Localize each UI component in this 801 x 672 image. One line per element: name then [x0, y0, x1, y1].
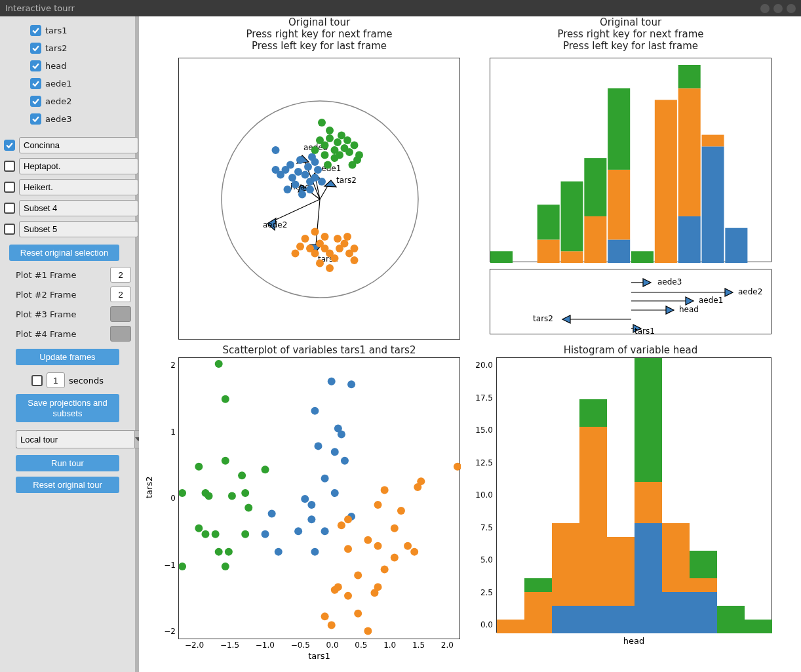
subset-name-1[interactable] — [19, 137, 138, 153]
svg-point-160 — [354, 610, 362, 618]
svg-rect-179 — [635, 523, 662, 633]
checkbox-subset-5[interactable] — [4, 224, 15, 235]
svg-rect-74 — [537, 239, 560, 263]
p2-axis-tars1: tars1 — [635, 326, 655, 335]
subset-name-5[interactable] — [19, 221, 138, 237]
reset-selection-button[interactable]: Reset original selection — [9, 245, 119, 261]
svg-point-24 — [284, 186, 292, 193]
window-min-icon[interactable] — [760, 4, 770, 13]
svg-point-128 — [314, 442, 322, 450]
checkbox-subset-1[interactable] — [4, 140, 15, 151]
checkbox-tars1[interactable] — [30, 25, 41, 36]
svg-point-106 — [195, 463, 203, 471]
svg-point-124 — [347, 380, 355, 388]
plot1-title-l2: Press right key for next frame — [178, 28, 460, 40]
svg-rect-176 — [579, 399, 607, 427]
svg-point-58 — [331, 254, 339, 262]
svg-point-129 — [331, 448, 339, 456]
svg-point-44 — [318, 119, 326, 127]
checkbox-subset-3[interactable] — [4, 182, 15, 193]
svg-point-161 — [364, 627, 372, 635]
plot4-xlabel: head — [496, 636, 772, 646]
checkbox-aede2[interactable] — [30, 96, 41, 107]
checkbox-subset-2[interactable] — [4, 161, 15, 172]
svg-point-125 — [311, 407, 319, 415]
svg-rect-186 — [690, 551, 717, 578]
subset-name-3[interactable] — [19, 179, 138, 195]
run-tour-button[interactable]: Run tour — [16, 455, 119, 471]
checkbox-subset-4[interactable] — [4, 203, 15, 214]
frame-3-input — [110, 306, 131, 322]
svg-rect-87 — [678, 65, 701, 89]
save-projections-button[interactable]: Save projections and subsets — [16, 394, 119, 422]
svg-point-48 — [321, 151, 329, 159]
reset-tour-button[interactable]: Reset original tour — [16, 477, 119, 493]
svg-rect-79 — [584, 158, 606, 216]
svg-point-119 — [241, 530, 249, 538]
svg-rect-172 — [552, 606, 579, 633]
svg-point-113 — [225, 548, 233, 556]
tour-type-select[interactable] — [16, 430, 134, 448]
checkbox-aede1[interactable] — [30, 78, 41, 89]
svg-point-155 — [354, 571, 362, 579]
plot2-title-l3: Press left key for last frame — [490, 40, 772, 52]
svg-marker-98 — [666, 306, 674, 314]
svg-point-121 — [262, 465, 269, 473]
svg-point-40 — [345, 148, 353, 156]
svg-point-50 — [349, 161, 357, 169]
svg-point-111 — [212, 530, 220, 538]
window-title: Interactive tourr — [5, 3, 760, 13]
svg-point-138 — [275, 548, 283, 556]
svg-point-118 — [244, 504, 252, 511]
checkbox-tars2[interactable] — [30, 43, 41, 54]
svg-marker-100 — [562, 315, 570, 323]
svg-rect-83 — [631, 251, 654, 263]
svg-rect-88 — [702, 146, 724, 263]
svg-rect-180 — [635, 482, 662, 523]
svg-point-130 — [341, 457, 349, 465]
svg-marker-6 — [324, 180, 336, 187]
checkbox-head[interactable] — [30, 60, 41, 71]
subset-name-2[interactable] — [19, 158, 138, 174]
svg-point-21 — [292, 181, 300, 189]
svg-point-62 — [351, 245, 359, 252]
subset-name-4[interactable] — [19, 200, 138, 216]
plot3-frame — [178, 357, 460, 639]
svg-point-140 — [262, 530, 269, 538]
frame-3-label: Plot #3 Frame — [16, 309, 106, 319]
checkbox-autoplay[interactable] — [31, 375, 43, 386]
svg-rect-85 — [678, 216, 701, 263]
checkbox-aede3[interactable] — [30, 113, 41, 125]
svg-point-166 — [381, 566, 389, 574]
svg-point-69 — [343, 233, 351, 241]
window-max-icon[interactable] — [773, 4, 783, 13]
svg-point-64 — [296, 243, 304, 250]
plot2-hist-frame — [490, 58, 772, 262]
svg-point-103 — [215, 360, 223, 368]
svg-point-133 — [301, 495, 309, 503]
sidebar: tars1 tars2 head aede1 aede2 aede3 Reset… — [0, 16, 139, 672]
frame-1-input[interactable] — [110, 267, 131, 283]
svg-rect-78 — [584, 216, 606, 263]
frame-2-label: Plot #2 Frame — [16, 290, 106, 300]
svg-point-15 — [288, 174, 296, 182]
svg-point-157 — [374, 583, 382, 591]
svg-point-17 — [296, 156, 304, 164]
svg-point-29 — [318, 178, 326, 186]
svg-point-19 — [304, 163, 312, 171]
update-frames-button[interactable]: Update frames — [16, 349, 119, 365]
frame-2-input[interactable] — [110, 287, 131, 302]
svg-point-154 — [344, 545, 352, 553]
svg-point-34 — [321, 142, 329, 149]
svg-rect-171 — [524, 578, 552, 592]
plot1-frame: aede3 aede1 tars2 head aede2 tars1 — [178, 58, 460, 340]
svg-point-108 — [205, 492, 213, 500]
window-close-icon[interactable] — [787, 4, 796, 13]
svg-point-115 — [179, 563, 186, 570]
svg-point-109 — [195, 524, 203, 532]
svg-rect-81 — [608, 170, 630, 240]
svg-point-60 — [341, 240, 349, 248]
svg-point-35 — [326, 134, 334, 142]
plot-canvas[interactable]: Original tour Press right key for next f… — [139, 16, 801, 672]
seconds-input[interactable] — [47, 372, 65, 388]
